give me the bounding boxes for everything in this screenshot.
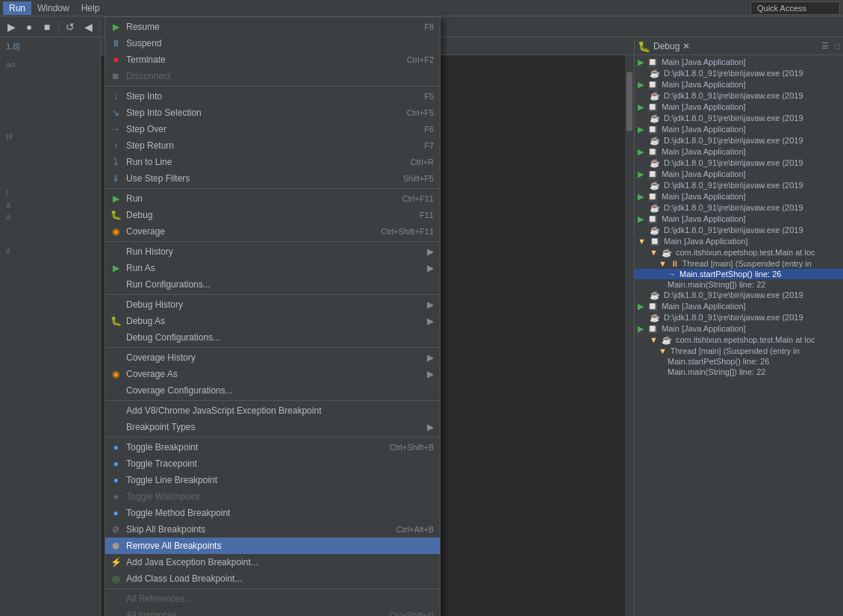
left-item-5: a (3, 199, 97, 211)
menu-item-remove-all-bp[interactable]: ⊗ Remove All Breakpoints (105, 538, 440, 554)
debug-item[interactable]: ☕ D:\jdk1.8.0_91\jre\bin\javaw.exe (2019 (635, 135, 843, 146)
debug-item[interactable]: ▶ 🔲 Main [Java Application] (635, 301, 843, 312)
menu-section-7: Add V8/Chrome JavaScript Exception Break… (105, 401, 440, 438)
menu-item-debug[interactable]: 🐛 Debug F11 (105, 207, 440, 223)
menu-item-coverage-as[interactable]: ◉ Coverage As ▶ (105, 366, 440, 382)
debug-icon: 🐛 (638, 40, 650, 52)
debug-item[interactable]: ▶ 🔲 Main [Java Application] (635, 79, 843, 90)
menu-item-toggle-method-bp[interactable]: ● Toggle Method Breakpoint (105, 505, 440, 521)
debug-item[interactable]: ▶ 🔲 Main [Java Application] (635, 146, 843, 158)
debug-history-icon (110, 299, 122, 311)
menu-item-toggle-tp[interactable]: ● Toggle Tracepoint (105, 455, 440, 472)
menu-item-step-return[interactable]: ↑ Step Return F7 (105, 137, 440, 154)
toolbar-btn-4[interactable]: ↺ (62, 19, 78, 35)
debug-item[interactable]: Main.startPetShop() line: 26 (635, 356, 843, 367)
menu-section-9: All References... All Instances... Ctrl+… (105, 589, 440, 616)
all-instances-icon (110, 609, 122, 616)
debug-item[interactable]: ▼ ⏸ Thread [main] (Suspended (entry in (635, 258, 843, 269)
menu-item-step-filters[interactable]: ⇓ Use Step Filters Shift+F5 (105, 170, 440, 187)
run-history-icon (110, 246, 122, 258)
menu-item-run-configs[interactable]: Run Configurations... (105, 276, 440, 293)
menu-item-step-into[interactable]: ↓ Step Into F5 (105, 88, 440, 105)
menu-item-coverage[interactable]: ◉ Coverage Ctrl+Shift+F11 (105, 223, 440, 240)
debug-item[interactable]: ☕ D:\jdk1.8.0_91\jre\bin\javaw.exe (2019 (635, 312, 843, 323)
menu-run[interactable]: Run (3, 1, 31, 15)
menu-item-add-java-exc-bp[interactable]: ⚡ Add Java Exception Breakpoint... (105, 554, 440, 570)
toolbar-btn-5[interactable]: ◀ (80, 19, 96, 35)
menu-item-terminate[interactable]: ■ Terminate Ctrl+F2 (105, 52, 440, 68)
menu-item-run-to-line[interactable]: ⤵ Run to Line Ctrl+R (105, 154, 440, 170)
menu-window[interactable]: Window (31, 1, 75, 15)
toolbar-btn-3[interactable]: ■ (39, 19, 55, 35)
debug-item-selected[interactable]: → Main.startPetShop() line: 26 (635, 269, 843, 279)
menu-item-run[interactable]: ▶ Run Ctrl+F11 (105, 190, 440, 207)
debug-item[interactable]: ☕ D:\jdk1.8.0_91\jre\bin\javaw.exe (2019 (635, 113, 843, 124)
menu-section-8: ● Toggle Breakpoint Ctrl+Shift+B ● Toggl… (105, 438, 440, 589)
menu-item-debug-as[interactable]: 🐛 Debug As ▶ (105, 313, 440, 329)
menu-item-coverage-history[interactable]: Coverage History ▶ (105, 349, 440, 366)
debug-icon: 🐛 (110, 209, 122, 221)
debug-item[interactable]: ▶ 🔲 Main [Java Application] (635, 57, 843, 68)
debug-item[interactable]: ▶ 🔲 Main [Java Application] (635, 214, 843, 225)
menu-item-debug-configs[interactable]: Debug Configurations... (105, 329, 440, 346)
submenu-arrow: ▶ (427, 352, 434, 363)
debug-item[interactable]: ▶ 🔲 Main [Java Application] (635, 191, 843, 202)
debug-item[interactable]: Main.main(String[]) line: 22 (635, 367, 843, 377)
run-dropdown-menu: ▶ Resume F8 ⏸ Suspend ■ Terminate Ctrl+F… (105, 16, 441, 616)
debug-item[interactable]: ☕ D:\jdk1.8.0_91\jre\bin\javaw.exe (2019 (635, 68, 843, 79)
left-panel: 1.8] ao pl l a a il (0, 37, 101, 616)
debug-item[interactable]: ☕ D:\jdk1.8.0_91\jre\bin\javaw.exe (2019 (635, 225, 843, 236)
menu-item-coverage-configs[interactable]: Coverage Configurations... (105, 382, 440, 399)
debug-item[interactable]: ☕ D:\jdk1.8.0_91\jre\bin\javaw.exe (2019 (635, 290, 843, 301)
debug-item[interactable]: ☕ D:\jdk1.8.0_91\jre\bin\javaw.exe (2019 (635, 180, 843, 191)
menu-item-resume[interactable]: ▶ Resume F8 (105, 19, 440, 35)
debug-menu-icon[interactable]: ☰ (821, 41, 829, 51)
code-scrollbar[interactable] (625, 55, 634, 616)
toolbar-separator (58, 21, 59, 33)
debug-item[interactable]: ☕ D:\jdk1.8.0_91\jre\bin\javaw.exe (2019 (635, 202, 843, 214)
scrollbar-thumb[interactable] (626, 72, 632, 131)
quick-access-input[interactable] (750, 1, 840, 15)
debug-item[interactable]: ▶ 🔲 Main [Java Application] (635, 124, 843, 135)
run-to-line-icon: ⤵ (110, 156, 122, 168)
left-item-1: 1.8] (3, 40, 97, 52)
debug-maximize-icon[interactable]: □ (835, 42, 840, 51)
menu-item-skip-all-bp[interactable]: ⊘ Skip All Breakpoints Ctrl+Alt+B (105, 521, 440, 538)
menu-item-step-into-sel[interactable]: ↘ Step Into Selection Ctrl+F5 (105, 105, 440, 121)
menu-section-4: Run History ▶ ▶ Run As ▶ Run Configurati… (105, 242, 440, 295)
menu-item-add-class-load-bp[interactable]: ◎ Add Class Load Breakpoint... (105, 570, 440, 587)
toggle-wp-icon: ● (110, 491, 122, 503)
menu-help[interactable]: Help (75, 1, 106, 15)
menu-item-step-over[interactable]: → Step Over F6 (105, 121, 440, 137)
debug-item[interactable]: Main.main(String[]) line: 22 (635, 279, 843, 290)
debug-as-icon: 🐛 (110, 315, 122, 327)
menu-item-debug-history[interactable]: Debug History ▶ (105, 296, 440, 313)
menu-item-run-as[interactable]: ▶ Run As ▶ (105, 260, 440, 276)
menu-item-toggle-line-bp[interactable]: ● Toggle Line Breakpoint (105, 472, 440, 488)
menu-item-add-v8-bp[interactable]: Add V8/Chrome JavaScript Exception Break… (105, 402, 440, 419)
menu-item-run-history[interactable]: Run History ▶ (105, 243, 440, 260)
menu-item-bp-types[interactable]: Breakpoint Types ▶ (105, 419, 440, 435)
menu-section-2: ↓ Step Into F5 ↘ Step Into Selection Ctr… (105, 87, 440, 189)
submenu-arrow: ▶ (427, 263, 434, 273)
toolbar-btn-2[interactable]: ● (21, 19, 37, 35)
debug-item[interactable]: ▼ ☕ com.itshixun.epetshop.test.Main at l… (635, 335, 843, 346)
resume-icon: ▶ (110, 21, 122, 33)
bp-types-icon (110, 421, 122, 433)
toolbar-btn-1[interactable]: ▶ (3, 19, 19, 35)
debug-item-expanded[interactable]: ▼ 🔲 Main [Java Application] (635, 236, 843, 247)
debug-item[interactable]: ▶ 🔲 Main [Java Application] (635, 169, 843, 180)
debug-item[interactable]: ▼ ☕ com.itshixun.epetshop.test.Main at l… (635, 247, 843, 258)
debug-item[interactable]: ☕ D:\jdk1.8.0_91\jre\bin\javaw.exe (2019 (635, 90, 843, 102)
debug-item[interactable]: ▶ 🔲 Main [Java Application] (635, 323, 843, 335)
debug-item[interactable]: ☕ D:\jdk1.8.0_91\jre\bin\javaw.exe (2019 (635, 158, 843, 169)
menu-item-toggle-bp[interactable]: ● Toggle Breakpoint Ctrl+Shift+B (105, 439, 440, 455)
left-item-3: pl (3, 130, 97, 142)
submenu-arrow: ▶ (427, 369, 434, 379)
debug-item[interactable]: ▶ 🔲 Main [Java Application] (635, 102, 843, 113)
menu-item-suspend[interactable]: ⏸ Suspend (105, 35, 440, 52)
menu-bar: Run Window Help (0, 0, 843, 16)
coverage-icon: ◉ (110, 225, 122, 237)
debug-item[interactable]: ▼ Thread [main] (Suspended (entry in (635, 346, 843, 356)
menu-section-1: ▶ Resume F8 ⏸ Suspend ■ Terminate Ctrl+F… (105, 17, 440, 87)
